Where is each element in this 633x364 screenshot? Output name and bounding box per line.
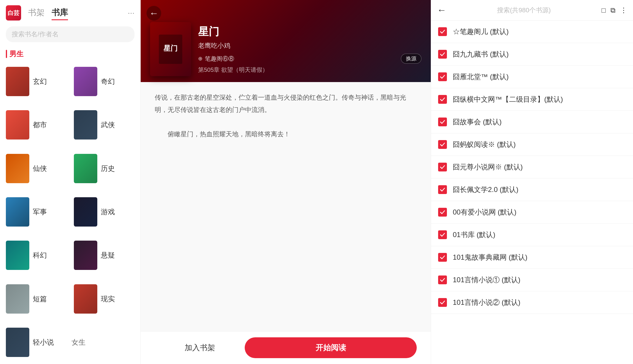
right-search-placeholder[interactable]: 搜索(共980个书源) (451, 6, 597, 15)
category-cover-xianshi (74, 284, 97, 314)
source-checkbox[interactable] (438, 230, 447, 239)
source-item[interactable]: 101鬼故事典藏网 (默认) (431, 246, 633, 269)
source-name: 囧九九藏书 (默认) (453, 50, 509, 59)
gender-section: 男生 (0, 47, 140, 60)
more-options-icon[interactable]: ⋮ (620, 6, 627, 14)
right-header: ← 搜索(共980个书源) □ ⧉ ⋮ (431, 0, 633, 21)
category-cover-duanpian (6, 284, 29, 314)
gender-female-placeholder: 女生 (70, 321, 138, 364)
category-name-xianshi: 现实 (101, 294, 115, 304)
category-cover-junshi (6, 197, 29, 227)
book-hero-content: 星门 星门 老鹰吃小鸡 ⊕ 笔趣阁⑥⑧ 换源 第505章 欲望（明天请假） (150, 22, 421, 76)
category-youxi[interactable]: 游戏 (70, 190, 138, 234)
source-item[interactable]: 囧雁北堂™ (默认) (431, 66, 633, 88)
window-icon[interactable]: □ (602, 6, 606, 14)
tab-bookshelf[interactable]: 书架 (28, 6, 45, 20)
category-kehuan[interactable]: 科幻 (2, 234, 70, 277)
category-xianshi[interactable]: 现实 (70, 277, 138, 320)
source-item[interactable]: 囧纵横中文网™【二级目录】(默认) (431, 88, 633, 111)
category-cover-xuanhuan (6, 67, 29, 96)
category-cover-xianxia (6, 154, 29, 183)
source-name: 囧雁北堂™ (默认) (453, 72, 509, 81)
source-item[interactable]: 囧长佩文学2.0 (默认) (431, 178, 633, 201)
switch-source-button[interactable]: 换源 (401, 54, 421, 64)
source-item[interactable]: 00有爱小说网 (默认) (431, 201, 633, 224)
tab-library[interactable]: 书库 (52, 6, 68, 20)
source-item[interactable]: 囧九九藏书 (默认) (431, 43, 633, 66)
source-checkbox[interactable] (438, 27, 447, 36)
start-read-button[interactable]: 开始阅读 (245, 337, 417, 358)
source-checkbox[interactable] (438, 298, 447, 307)
category-name-lishi: 历史 (101, 164, 115, 173)
source-checkbox[interactable] (438, 185, 447, 194)
source-name: 101言情小说② (默认) (453, 298, 520, 307)
source-name: 101鬼故事典藏网 (默认) (453, 253, 528, 262)
search-bar[interactable]: 搜索书名/作者名 (6, 26, 135, 42)
category-name-junshi: 军事 (33, 207, 47, 217)
category-cover-dushi (6, 110, 29, 140)
category-duanpian[interactable]: 短篇 (2, 277, 70, 320)
source-checkbox[interactable] (438, 253, 447, 262)
category-qihuan[interactable]: 奇幻 (70, 60, 138, 103)
multi-window-icon[interactable]: ⧉ (610, 6, 615, 14)
right-back-button[interactable]: ← (437, 5, 446, 16)
source-checkbox[interactable] (438, 95, 447, 104)
source-checkbox[interactable] (438, 208, 447, 217)
book-desc-text: 传说，在那古老的星空深处，伫立着一道血与火侵染的红色之门。传奇与神话，黑暗与光明… (155, 94, 406, 138)
source-list: ☆笔趣阁儿 (默认) 囧九九藏书 (默认) 囧雁北堂™ (默认) 囧纵横中文 (431, 21, 633, 364)
source-item[interactable]: 囧蚂蚁阅读※ (默认) (431, 133, 633, 156)
book-author: 老鹰吃小鸡 (198, 41, 421, 50)
book-chapter: 第505章 欲望（明天请假） (198, 66, 421, 74)
book-description: 传说，在那古老的星空深处，伫立着一道血与火侵染的红色之门。传奇与神话，黑暗与光明… (141, 82, 431, 331)
source-checkbox[interactable] (438, 118, 447, 126)
category-junshi[interactable]: 军事 (2, 190, 70, 234)
category-cover-wuxia (74, 110, 97, 140)
source-item[interactable]: ☆笔趣阁儿 (默认) (431, 21, 633, 43)
category-grid: 玄幻 奇幻 都市 武侠 仙侠 (0, 60, 140, 364)
source-name: 囧纵横中文网™【二级目录】(默认) (453, 95, 563, 104)
search-placeholder-text: 搜索书名/作者名 (12, 30, 59, 39)
source-item[interactable]: 101言情小说① (默认) (431, 269, 633, 291)
source-item[interactable]: 01书库 (默认) (431, 224, 633, 246)
add-shelf-button[interactable]: 加入书架 (155, 338, 245, 358)
category-cover-xuanyi (74, 241, 97, 270)
source-item[interactable]: 101言情小说② (默认) (431, 291, 633, 314)
category-xianxia[interactable]: 仙侠 (2, 147, 70, 190)
source-checkbox[interactable] (438, 50, 447, 59)
category-dushi[interactable]: 都市 (2, 103, 70, 147)
category-name-youxi: 游戏 (101, 207, 115, 217)
source-name: 囧蚂蚁阅读※ (默认) (453, 140, 516, 149)
svg-text:星门: 星门 (163, 44, 178, 52)
category-cover-qihuan (74, 67, 97, 96)
source-item[interactable]: 囧故事会 (默认) (431, 111, 633, 133)
nav-tabs: 书架 书库 (28, 6, 68, 20)
source-checkbox[interactable] (438, 72, 447, 81)
book-cover-large: 星门 (150, 22, 191, 76)
category-name-kehuan: 科幻 (33, 251, 47, 260)
category-wuxia[interactable]: 武侠 (70, 103, 138, 147)
gender-female-label[interactable]: 女生 (72, 338, 86, 347)
gender-male-tab[interactable]: 男生 (6, 47, 135, 60)
category-qingxiao[interactable]: 轻小说 (2, 321, 70, 364)
category-lishi[interactable]: 历史 (70, 147, 138, 190)
source-icon: ⊕ (198, 55, 203, 62)
source-checkbox[interactable] (438, 163, 447, 171)
book-hero: ← 星门 星门 老鹰吃小鸡 ⊕ 笔趣阁⑥⑧ 换源 第505章 欲望（明天请假） (141, 0, 431, 82)
source-name: 01书库 (默认) (453, 230, 495, 239)
logo-icon: 白芸 (6, 5, 21, 21)
source-checkbox[interactable] (438, 275, 447, 284)
gender-bar (6, 50, 7, 58)
category-xuanhuan[interactable]: 玄幻 (2, 60, 70, 103)
category-cover-qingxiao (6, 328, 29, 357)
left-header: 白芸 书架 书库 ··· (0, 0, 140, 24)
source-item[interactable]: 囧元尊小说网※ (默认) (431, 156, 633, 178)
book-actions: 加入书架 开始阅读 (141, 331, 431, 364)
back-button[interactable]: ← (147, 6, 161, 21)
source-checkbox[interactable] (438, 140, 447, 149)
category-name-qingxiao: 轻小说 (33, 338, 54, 347)
category-xuanyi[interactable]: 悬疑 (70, 234, 138, 277)
book-source-name: 笔趣阁⑥⑧ (205, 55, 234, 63)
source-name: 囧故事会 (默认) (453, 117, 502, 127)
more-menu-icon[interactable]: ··· (128, 8, 135, 18)
right-panel: ← 搜索(共980个书源) □ ⧉ ⋮ ☆笔趣阁儿 (默认) 囧九九藏书 (默认… (431, 0, 633, 364)
